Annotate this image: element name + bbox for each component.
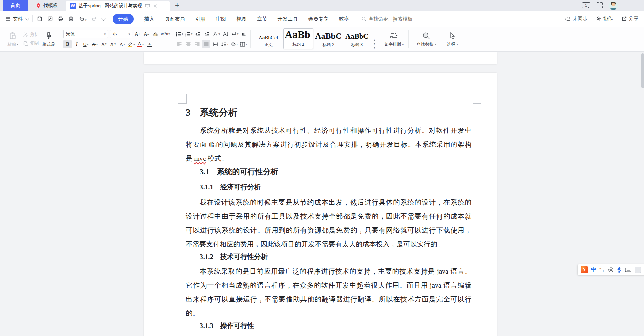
search-input[interactable] (369, 16, 426, 22)
superscript-button[interactable]: X2 (100, 40, 108, 48)
ime-punctuation-toggle[interactable]: °， (599, 267, 605, 273)
redo-button[interactable] (92, 16, 97, 22)
export-button[interactable] (47, 16, 53, 22)
user-avatar[interactable] (609, 1, 618, 10)
distribute-button[interactable] (211, 40, 220, 48)
character-border-button[interactable]: A (145, 40, 154, 48)
new-tab-button[interactable]: + (170, 0, 184, 11)
scrollbar-thumb[interactable] (641, 53, 644, 88)
doc-line[interactable]: 系统分析就是对系统从技术可行性、经济可行性和操作可行性进行分析。对软件开发中 (186, 124, 472, 138)
close-tab-icon[interactable] (153, 3, 158, 9)
vertical-scrollbar[interactable] (641, 52, 644, 336)
page-previous-fragment[interactable] (144, 52, 497, 64)
align-right-button[interactable] (193, 40, 201, 48)
doc-line[interactable]: 不需要支付相应的费用，因此该项目的开发不需要有太大的成本投入，是可以实行的。 (186, 237, 472, 251)
shading-button[interactable]: ▾ (230, 40, 238, 48)
select-button[interactable]: 选择▾ (444, 31, 461, 47)
line-spacing-button[interactable]: ▾ (220, 40, 229, 48)
style-heading1[interactable]: AaBb 标题 1 (283, 28, 313, 49)
doc-line[interactable]: 我在设计该系统的时候主要是从节约成本出发，然后进行具体的系统的设计，在系统的 (186, 196, 472, 209)
menu-tab-page-layout[interactable]: 页面布局 (165, 16, 185, 22)
copy-button[interactable]: 复制 (23, 40, 39, 46)
find-replace-button[interactable]: 查找替换▾ (414, 31, 439, 47)
align-left-button[interactable] (175, 40, 183, 48)
doc-heading-2[interactable]: 3.1 系统的可行性分析 (186, 166, 472, 177)
share-button[interactable]: 分享 (621, 16, 638, 22)
microphone-icon[interactable] (617, 267, 622, 273)
emoji-icon[interactable] (608, 267, 614, 273)
undo-button[interactable]: ▾ (79, 16, 87, 22)
keyboard-icon[interactable] (625, 267, 631, 272)
style-heading2[interactable]: AaBbC 标题 2 (315, 30, 342, 49)
cut-button[interactable]: 剪切 (23, 32, 39, 38)
doc-line[interactable]: 本系统采取的是目前应用最广泛的程序进行技术的支持，主要的技术支持是 java 语… (186, 265, 472, 278)
style-heading3[interactable]: AaBbC 标题 3 (343, 30, 370, 49)
file-menu-button[interactable]: 文件 (5, 16, 28, 22)
styles-more-button[interactable]: ▾ (373, 46, 376, 49)
doc-heading-1[interactable]: 3 系统分析 (186, 106, 472, 120)
decrease-font-button[interactable]: A− (142, 30, 151, 38)
doc-heading-3[interactable]: 3.1.1 经济可行分析 (186, 182, 472, 192)
doc-line[interactable]: 设计过程中由于采用的所有工具以及技术支持全部都是免费的，因此不需要有任何的成本就 (186, 209, 472, 223)
menu-tab-section[interactable]: 章节 (257, 16, 267, 22)
clear-format-button[interactable] (151, 30, 160, 38)
format-painter-button[interactable]: 格式刷 (39, 31, 59, 47)
text-effects-button[interactable]: A▾ (118, 40, 126, 48)
doc-line[interactable]: 它作为一个相当成熟的语言程序，在众多的软件开发中起着很大作用。而且用 java … (186, 278, 472, 292)
doc-line[interactable]: 可以进行该系统的设计。所用到的所有资源都是免费的，只要有网络就可以进行下载使用， (186, 223, 472, 237)
menu-tab-review[interactable]: 审阅 (216, 16, 226, 22)
menu-tab-member[interactable]: 会员专享 (308, 16, 329, 22)
collaborate-button[interactable]: 协作 (596, 16, 613, 22)
restore-window-icon[interactable]: 1 (582, 2, 590, 8)
borders-button[interactable]: ▾ (239, 40, 248, 48)
command-search[interactable] (361, 16, 426, 22)
doc-line[interactable]: 出来程序可以直接运行，不需要借助其他的翻译器进行翻译。所以在技术方面是完全可以行 (186, 292, 472, 306)
menu-tab-references[interactable]: 引用 (196, 16, 206, 22)
italic-button[interactable]: I (72, 40, 81, 48)
minimize-button[interactable]: — (631, 2, 641, 9)
page[interactable]: 3 系统分析 系统分析就是对系统从技术可行性、经济可行性和操作可行性进行分析。对… (144, 73, 497, 336)
doc-line[interactable]: 的。 (186, 306, 472, 320)
paragraph-mark-button[interactable]: ▾ (230, 30, 239, 38)
font-size-select[interactable]: 小三▾ (110, 30, 132, 38)
tab-ruler-button[interactable] (240, 30, 248, 38)
underline-button[interactable]: U▾ (82, 40, 90, 48)
tab-templates[interactable]: 找模板 (28, 0, 66, 11)
font-color-button[interactable]: A▾ (136, 40, 145, 48)
paste-button[interactable]: 粘贴▾ (3, 31, 23, 47)
menu-tab-home[interactable]: 开始 (113, 14, 134, 24)
save-button[interactable] (37, 16, 43, 22)
apps-grid-icon[interactable] (597, 2, 603, 8)
menu-tab-dev-tools[interactable]: 开发工具 (278, 16, 298, 22)
print-preview-button[interactable] (68, 16, 74, 22)
increase-font-button[interactable]: A+ (133, 30, 141, 38)
subscript-button[interactable]: X2 (109, 40, 117, 48)
doc-line-partial[interactable]: 本系统的操作简单，可视化的界面，非常容易上手，新手也很快就可以上手操作，系统的 (186, 334, 472, 336)
align-center-button[interactable] (184, 40, 192, 48)
doc-heading-3[interactable]: 3.1.3 操作可行性 (186, 321, 472, 331)
styles-scroll-down[interactable]: ▼ (373, 43, 376, 45)
ime-toolbox-icon[interactable] (635, 267, 641, 273)
phonetic-guide-button[interactable]: wén▾ (160, 30, 170, 38)
increase-indent-button[interactable] (203, 30, 211, 38)
menu-tab-efficiency[interactable]: 效率 (339, 16, 349, 22)
cjk-layout-button[interactable]: ▾ (212, 30, 221, 38)
menu-tab-insert[interactable]: 插入 (144, 16, 154, 22)
more-commands-icon[interactable] (101, 17, 105, 21)
menu-tab-view[interactable]: 视图 (237, 16, 247, 22)
numbering-button[interactable]: ▾ (184, 30, 193, 38)
strikethrough-button[interactable]: A▾ (91, 40, 99, 48)
font-name-select[interactable]: 宋体▾ (63, 30, 108, 38)
doc-line[interactable]: 是 mvc 模式。 (186, 152, 472, 166)
sort-button[interactable] (221, 30, 230, 38)
tab-document[interactable]: W 基于spring...网站的设计与实现 (66, 1, 170, 11)
decrease-indent-button[interactable] (194, 30, 202, 38)
sync-status-button[interactable]: 未同步 (565, 16, 588, 22)
styles-scroll-up[interactable]: ▲ (373, 39, 376, 42)
justify-button[interactable] (202, 40, 210, 48)
doc-heading-3[interactable]: 3.1.2 技术可行性分析 (186, 252, 472, 262)
sogou-logo-icon[interactable]: S (581, 266, 588, 273)
doc-line[interactable]: 将要面 临的问题及其解决方案进行初步设计及合理安排，明确开发目标。本系统采用的架… (186, 138, 472, 152)
bold-button[interactable]: B (63, 40, 72, 48)
bullets-button[interactable]: ▾ (175, 30, 184, 38)
